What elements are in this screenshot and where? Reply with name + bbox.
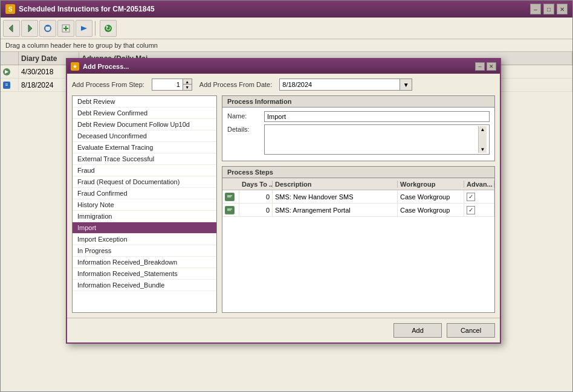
svg-marker-13 (227, 199, 229, 201)
list-item[interactable]: In Progress (73, 245, 216, 257)
sms-icon-2 (225, 206, 235, 214)
list-item[interactable]: Deceased Unconfirmed (73, 130, 216, 142)
back-button[interactable] (3, 20, 20, 37)
row-indicator-2: ≡ (1, 79, 19, 91)
step-up-button[interactable]: ▲ (183, 79, 192, 85)
toolbar-separator (95, 21, 97, 36)
steps-header: Days To ... Description Workgroup Advan.… (222, 178, 494, 190)
list-item[interactable]: Debt Review (73, 96, 216, 108)
svg-marker-1 (28, 25, 32, 32)
modal-title-bar: ★ Add Process... – ✕ (67, 59, 500, 74)
steps-col-days: Days To ... (239, 181, 273, 188)
group-header: Drag a column header here to group by th… (1, 39, 572, 52)
info-panel: Process Information Name: Import Details… (222, 95, 495, 313)
row-icon-green-1: ▶ (3, 68, 10, 76)
list-item[interactable]: Debt Review Confirmed (73, 108, 216, 119)
svg-marker-17 (227, 213, 229, 214)
date-field-wrapper: ▼ (279, 79, 412, 91)
step-label: Add Process From Step: (72, 81, 144, 88)
modal-minimize-button[interactable]: – (475, 62, 485, 71)
steps-row1-days: 0 (239, 190, 273, 203)
main-window: S Scheduled Instructions for CM-2051845 … (0, 0, 573, 392)
refresh-button[interactable] (39, 20, 56, 37)
name-row: Name: Import (227, 111, 490, 122)
steps-table: Days To ... Description Workgroup Advan.… (222, 178, 494, 217)
step-spinners: ▲ ▼ (183, 79, 192, 90)
list-item-history-note[interactable]: History Note (73, 199, 216, 211)
new-button[interactable] (57, 20, 74, 37)
name-label: Name: (227, 111, 261, 120)
modal-icon: ★ (71, 62, 79, 71)
modal-close-button[interactable]: ✕ (487, 62, 496, 71)
process-info-box: Process Information Name: Import Details… (222, 95, 495, 161)
steps-row2-days: 0 (239, 204, 273, 216)
modal-top-row: Add Process From Step: ▲ ▼ Add Process F… (72, 79, 495, 91)
col-header-dots (1, 52, 19, 65)
modal-title: Add Process... (83, 63, 129, 70)
steps-row2-indicator (222, 204, 239, 216)
svg-marker-7 (81, 26, 87, 31)
add-process-modal: ★ Add Process... – ✕ Add Process From St… (66, 58, 501, 344)
list-item[interactable]: Fraud (73, 165, 216, 176)
steps-row2-workgroup: Case Workgroup (398, 204, 464, 216)
step-input[interactable] (152, 79, 183, 90)
modal-footer: Add Cancel (67, 318, 500, 342)
steps-col-desc: Description (273, 181, 398, 188)
steps-row-1: 0 SMS: New Handover SMS Case Workgroup ✓ (222, 190, 494, 204)
details-label: Details: (227, 124, 261, 133)
process-list-panel: Debt Review Debt Review Confirmed Debt R… (72, 95, 217, 313)
details-scroll-down[interactable]: ▼ (479, 147, 487, 153)
maximize-button[interactable]: □ (543, 4, 554, 14)
list-item[interactable]: Information Received_Bundle (73, 280, 216, 291)
title-left: S Scheduled Instructions for CM-2051845 (5, 4, 155, 14)
list-item[interactable]: Fraud (Request of Documentation) (73, 176, 216, 188)
step-input-wrapper: ▲ ▼ (152, 79, 192, 91)
details-scroll-up[interactable]: ▲ (479, 126, 487, 132)
minimize-button[interactable]: – (530, 4, 541, 14)
svg-marker-0 (9, 25, 13, 32)
step-down-button[interactable]: ▼ (183, 85, 192, 90)
list-item[interactable]: Import Exception (73, 234, 216, 245)
steps-row2-desc: SMS: Arrangement Portal (273, 204, 398, 216)
green-circle-button[interactable]: ↻ (100, 20, 117, 37)
steps-row1-indicator (222, 190, 239, 203)
date-label: Add Process From Date: (199, 81, 272, 88)
title-controls: – □ ✕ (530, 4, 568, 14)
steps-row2-advance: ✓ (464, 204, 494, 216)
steps-row-2: 0 SMS: Arrangement Portal Case Workgroup… (222, 204, 494, 217)
steps-col-advance: Advan... (464, 181, 494, 188)
svg-text:↻: ↻ (105, 24, 111, 33)
list-item[interactable]: Information Received_Breakdown (73, 257, 216, 268)
cancel-button[interactable]: Cancel (447, 323, 495, 338)
name-value: Import (264, 111, 490, 122)
process-steps-box: Process Steps Days To ... Description Wo… (222, 166, 495, 313)
list-item[interactable]: Debt Review Document Follow Up10d (73, 119, 216, 130)
row-icon-blue-2: ≡ (3, 82, 10, 89)
arrow-right-button[interactable] (76, 20, 92, 37)
add-button[interactable]: Add (393, 323, 442, 338)
list-item[interactable]: Evaluate External Tracing (73, 142, 216, 153)
process-steps-title: Process Steps (222, 167, 494, 178)
process-info-title: Process Information (222, 96, 494, 108)
details-value: ▲ ▼ (264, 124, 490, 155)
list-item[interactable]: External Trace Successful (73, 153, 216, 165)
close-button[interactable]: ✕ (557, 4, 568, 14)
advance-checkbox-2[interactable]: ✓ (467, 206, 475, 214)
app-icon: S (5, 4, 15, 14)
forward-button[interactable] (21, 20, 38, 37)
list-item[interactable]: Immigration (73, 211, 216, 222)
steps-row1-advance: ✓ (464, 190, 494, 203)
steps-row1-workgroup: Case Workgroup (398, 190, 464, 203)
list-item-import-selected[interactable]: Import (73, 222, 216, 234)
main-title: Scheduled Instructions for CM-2051845 (19, 5, 155, 13)
process-list-scroll[interactable]: Debt Review Debt Review Confirmed Debt R… (73, 96, 216, 312)
advance-checkbox-1[interactable]: ✓ (467, 193, 475, 201)
date-dropdown-button[interactable]: ▼ (400, 79, 412, 91)
steps-col-workgroup: Workgroup (398, 181, 464, 188)
main-toolbar: ↻ (1, 18, 572, 39)
modal-main: Debt Review Debt Review Confirmed Debt R… (72, 95, 495, 313)
list-item-fraud-confirmed[interactable]: Fraud Confirmed (73, 188, 216, 199)
sms-icon-1 (225, 193, 235, 201)
date-input[interactable] (279, 79, 400, 91)
list-item[interactable]: Information Received_Statements (73, 268, 216, 280)
